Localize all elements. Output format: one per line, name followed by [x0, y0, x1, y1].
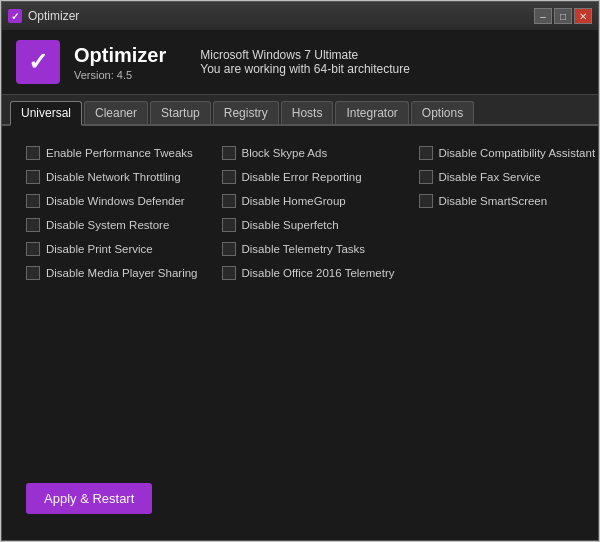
- bottom-bar: Apply & Restart: [14, 473, 586, 528]
- cb-disable-compat[interactable]: Disable Compatibility Assistant: [413, 142, 601, 164]
- maximize-button[interactable]: □: [554, 8, 572, 24]
- checkbox-enable-performance[interactable]: [26, 146, 40, 160]
- checkbox-disable-homegroup[interactable]: [222, 194, 236, 208]
- main-window: ✓ Optimizer – □ ✕ ✓ Optimizer Version: 4…: [1, 1, 599, 541]
- header-title-block: Optimizer Version: 4.5: [74, 44, 166, 81]
- checkbox-disable-telemetry[interactable]: [222, 242, 236, 256]
- cb-disable-office-telemetry[interactable]: Disable Office 2016 Telemetry: [216, 262, 401, 284]
- header-logo: ✓: [16, 40, 60, 84]
- cb-disable-fax[interactable]: Disable Fax Service: [413, 166, 601, 188]
- checkbox-disable-fax[interactable]: [419, 170, 433, 184]
- checkbox-disable-compat[interactable]: [419, 146, 433, 160]
- cb-label-disable-smartscreen: Disable SmartScreen: [439, 195, 548, 207]
- checkbox-disable-restore[interactable]: [26, 218, 40, 232]
- cb-disable-homegroup[interactable]: Disable HomeGroup: [216, 190, 401, 212]
- cb-disable-telemetry[interactable]: Disable Telemetry Tasks: [216, 238, 401, 260]
- title-bar-left: ✓ Optimizer: [8, 9, 79, 23]
- app-name: Optimizer: [74, 44, 166, 67]
- checkboxes-grid: Enable Performance Tweaks Disable Networ…: [14, 138, 586, 473]
- header-info: Microsoft Windows 7 Ultimate You are wor…: [200, 48, 410, 76]
- cb-label-disable-print: Disable Print Service: [46, 243, 153, 255]
- cb-label-block-skype: Block Skype Ads: [242, 147, 328, 159]
- cb-label-disable-office-telemetry: Disable Office 2016 Telemetry: [242, 267, 395, 279]
- checkbox-disable-defender[interactable]: [26, 194, 40, 208]
- checkbox-block-skype[interactable]: [222, 146, 236, 160]
- title-bar: ✓ Optimizer – □ ✕: [2, 2, 598, 30]
- tab-cleaner[interactable]: Cleaner: [84, 101, 148, 124]
- cb-disable-defender[interactable]: Disable Windows Defender: [20, 190, 204, 212]
- column-1: Enable Performance Tweaks Disable Networ…: [14, 138, 210, 473]
- checkbox-disable-smartscreen[interactable]: [419, 194, 433, 208]
- cb-label-disable-compat: Disable Compatibility Assistant: [439, 147, 596, 159]
- tab-options[interactable]: Options: [411, 101, 474, 124]
- cb-disable-smartscreen[interactable]: Disable SmartScreen: [413, 190, 601, 212]
- checkbox-disable-network[interactable]: [26, 170, 40, 184]
- app-icon: ✓: [8, 9, 22, 23]
- cb-block-skype[interactable]: Block Skype Ads: [216, 142, 401, 164]
- tab-registry[interactable]: Registry: [213, 101, 279, 124]
- cb-label-disable-network: Disable Network Throttling: [46, 171, 181, 183]
- tab-bar: Universal Cleaner Startup Registry Hosts…: [2, 95, 598, 126]
- cb-enable-performance[interactable]: Enable Performance Tweaks: [20, 142, 204, 164]
- content-area: Enable Performance Tweaks Disable Networ…: [2, 126, 598, 540]
- cb-label-disable-restore: Disable System Restore: [46, 219, 169, 231]
- minimize-button[interactable]: –: [534, 8, 552, 24]
- checkbox-disable-superfetch[interactable]: [222, 218, 236, 232]
- cb-label-disable-defender: Disable Windows Defender: [46, 195, 185, 207]
- checkbox-disable-media[interactable]: [26, 266, 40, 280]
- cb-label-disable-telemetry: Disable Telemetry Tasks: [242, 243, 366, 255]
- tab-universal[interactable]: Universal: [10, 101, 82, 126]
- cb-label-disable-superfetch: Disable Superfetch: [242, 219, 339, 231]
- cb-disable-error[interactable]: Disable Error Reporting: [216, 166, 401, 188]
- os-info: Microsoft Windows 7 Ultimate: [200, 48, 410, 62]
- tab-integrator[interactable]: Integrator: [335, 101, 408, 124]
- cb-label-disable-fax: Disable Fax Service: [439, 171, 541, 183]
- cb-disable-superfetch[interactable]: Disable Superfetch: [216, 214, 401, 236]
- app-version: Version: 4.5: [74, 69, 166, 81]
- checkbox-disable-office-telemetry[interactable]: [222, 266, 236, 280]
- cb-label-disable-homegroup: Disable HomeGroup: [242, 195, 346, 207]
- cb-disable-media[interactable]: Disable Media Player Sharing: [20, 262, 204, 284]
- close-button[interactable]: ✕: [574, 8, 592, 24]
- apply-restart-button[interactable]: Apply & Restart: [26, 483, 152, 514]
- cb-label-enable-performance: Enable Performance Tweaks: [46, 147, 193, 159]
- cb-disable-restore[interactable]: Disable System Restore: [20, 214, 204, 236]
- arch-info: You are working with 64-bit architecture: [200, 62, 410, 76]
- tab-startup[interactable]: Startup: [150, 101, 211, 124]
- app-header: ✓ Optimizer Version: 4.5 Microsoft Windo…: [2, 30, 598, 95]
- checkbox-disable-print[interactable]: [26, 242, 40, 256]
- column-2: Block Skype Ads Disable Error Reporting …: [210, 138, 407, 473]
- cb-disable-network[interactable]: Disable Network Throttling: [20, 166, 204, 188]
- cb-label-disable-error: Disable Error Reporting: [242, 171, 362, 183]
- column-3: Disable Compatibility Assistant Disable …: [407, 138, 601, 473]
- window-controls: – □ ✕: [534, 8, 592, 24]
- cb-label-disable-media: Disable Media Player Sharing: [46, 267, 198, 279]
- checkbox-disable-error[interactable]: [222, 170, 236, 184]
- cb-disable-print[interactable]: Disable Print Service: [20, 238, 204, 260]
- window-title: Optimizer: [28, 9, 79, 23]
- tab-hosts[interactable]: Hosts: [281, 101, 334, 124]
